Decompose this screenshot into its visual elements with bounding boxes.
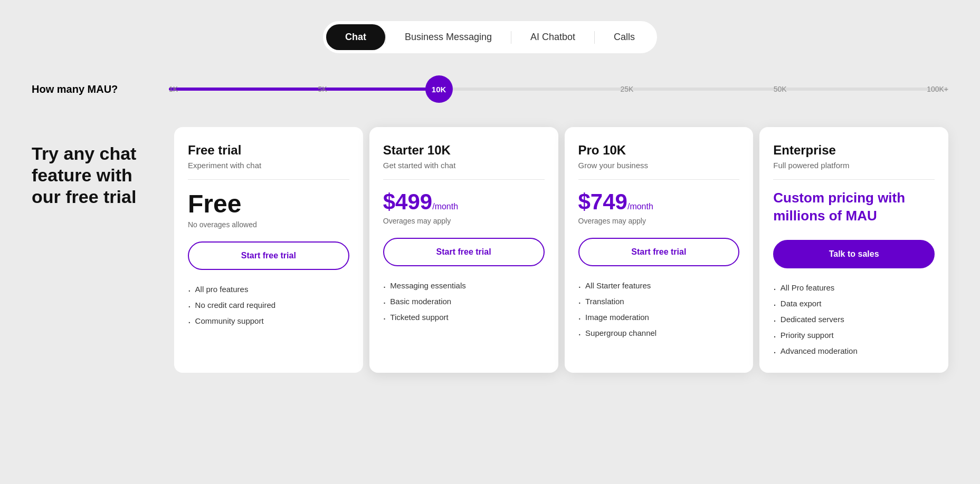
plan-tagline-starter: Get started with chat <box>383 161 545 170</box>
cta-enterprise[interactable]: Talk to sales <box>773 240 935 268</box>
features-enterprise: ·All Pro features ·Data export ·Dedicate… <box>773 283 935 357</box>
plan-name-free-trial: Free trial <box>188 143 349 158</box>
plan-price-free-trial: Free <box>188 189 349 218</box>
plan-tagline-pro: Grow your business <box>578 161 740 170</box>
tab-chat[interactable]: Chat <box>326 24 385 50</box>
price-amount-pro: 749 <box>591 189 627 214</box>
divider-starter <box>383 179 545 180</box>
tab-navigation: Chat Business Messaging AI Chatbot Calls <box>32 21 948 53</box>
plan-card-starter: Starter 10K Get started with chat $499/m… <box>369 127 558 373</box>
feature-item: ·Supergroup channel <box>578 328 740 339</box>
pricing-intro-text: Try any chat feature with our free trial <box>32 143 164 207</box>
enterprise-pricing-line2: millions of MAU <box>773 208 877 224</box>
tab-ai-chatbot[interactable]: AI Chatbot <box>511 24 594 50</box>
price-period-pro: /month <box>627 202 653 211</box>
divider-pro <box>578 179 740 180</box>
features-starter: ·Messaging essentials ·Basic moderation … <box>383 281 545 323</box>
tab-calls[interactable]: Calls <box>595 24 654 50</box>
features-pro: ·All Starter features ·Translation ·Imag… <box>578 281 740 339</box>
plan-card-enterprise: Enterprise Full powered platform Custom … <box>759 127 948 373</box>
plan-price-pro: $749/month <box>578 189 740 215</box>
features-free-trial: ·All pro features ·No credit card requir… <box>188 285 349 327</box>
feature-item: ·Advanced moderation <box>773 346 935 357</box>
plan-overage-free-trial: No overages allowed <box>188 220 349 229</box>
plan-card-pro: Pro 10K Grow your business $749/month Ov… <box>565 127 754 373</box>
cta-starter[interactable]: Start free trial <box>383 238 545 266</box>
pricing-section: Try any chat feature with our free trial… <box>32 127 948 373</box>
plan-price-starter: $499/month <box>383 189 545 215</box>
price-currency-starter: $ <box>383 189 395 214</box>
tab-business-messaging[interactable]: Business Messaging <box>386 24 511 50</box>
feature-item: ·No credit card required <box>188 301 349 311</box>
plan-name-pro: Pro 10K <box>578 143 740 158</box>
plan-overage-pro: Overages may apply <box>578 217 740 225</box>
price-amount-starter: 499 <box>395 189 432 214</box>
feature-item: ·Community support <box>188 316 349 327</box>
divider-free-trial <box>188 179 349 180</box>
feature-item: ·Translation <box>578 297 740 307</box>
feature-item: ·Image moderation <box>578 313 740 323</box>
enterprise-pricing: Custom pricing with millions of MAU <box>773 189 935 225</box>
feature-item: ·All Starter features <box>578 281 740 292</box>
feature-item: ·Ticketed support <box>383 313 545 323</box>
slider-fill <box>169 88 438 91</box>
slider-wrapper[interactable]: 10K 1K 5K 10K 25K 50K 100K+ <box>169 74 948 104</box>
feature-item: ·Messaging essentials <box>383 281 545 292</box>
feature-item: ·Priority support <box>773 331 935 341</box>
feature-item: ·All pro features <box>188 285 349 295</box>
plan-tagline-free-trial: Experiment with chat <box>188 161 349 170</box>
enterprise-pricing-line1: Custom pricing with <box>773 190 905 206</box>
price-currency-pro: $ <box>578 189 591 214</box>
cta-free-trial[interactable]: Start free trial <box>188 241 349 270</box>
mau-section: How many MAU? 10K 1K 5K 10K 25K 50K 100K… <box>32 74 948 104</box>
plan-name-starter: Starter 10K <box>383 143 545 158</box>
cta-pro[interactable]: Start free trial <box>578 238 740 266</box>
pricing-intro: Try any chat feature with our free trial <box>32 127 174 207</box>
feature-item: ·Basic moderation <box>383 297 545 307</box>
price-period-starter: /month <box>432 202 458 211</box>
plan-name-enterprise: Enterprise <box>773 143 935 158</box>
plan-overage-starter: Overages may apply <box>383 217 545 225</box>
plan-tagline-enterprise: Full powered platform <box>773 161 935 170</box>
feature-item: ·Data export <box>773 299 935 309</box>
pricing-cards: Free trial Experiment with chat Free No … <box>174 127 948 373</box>
feature-item: ·All Pro features <box>773 283 935 294</box>
feature-item: ·Dedicated servers <box>773 315 935 325</box>
mau-label: How many MAU? <box>32 83 148 95</box>
divider-enterprise <box>773 179 935 180</box>
plan-card-free-trial: Free trial Experiment with chat Free No … <box>174 127 363 373</box>
slider-thumb[interactable]: 10K <box>425 75 453 103</box>
